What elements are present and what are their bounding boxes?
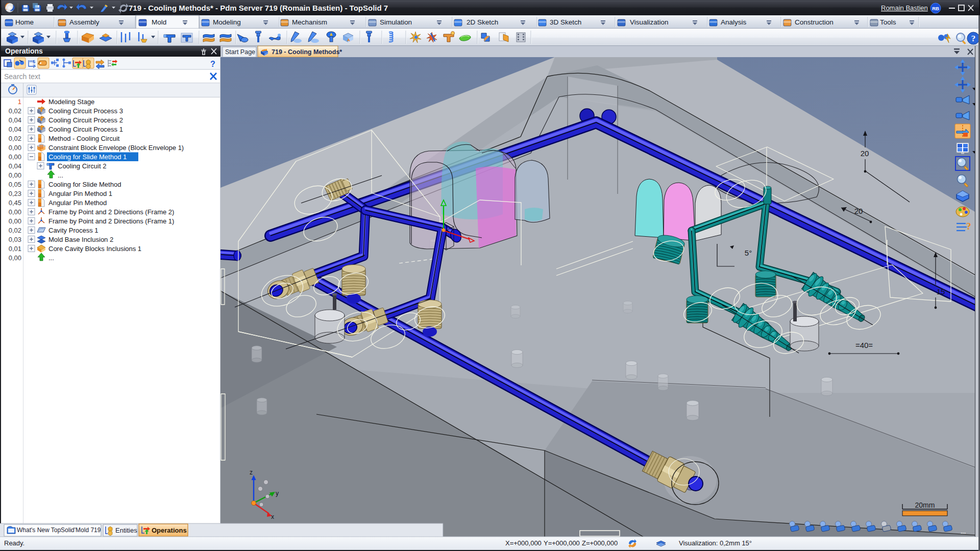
svg-text:Cooling Circuit Process 3: Cooling Circuit Process 3 <box>48 107 123 115</box>
svg-text:Modeling Stage: Modeling Stage <box>48 98 94 106</box>
svg-text:Cooling Circuit Process 2: Cooling Circuit Process 2 <box>48 116 123 124</box>
svg-text:Operations: Operations <box>152 527 187 534</box>
svg-text:0,45: 0,45 <box>9 199 21 207</box>
svg-text:5°: 5° <box>745 248 752 257</box>
svg-text:1: 1 <box>18 98 21 106</box>
svg-text:=40=: =40= <box>855 341 873 349</box>
svg-text:719 - Cooling Methods*: 719 - Cooling Methods* <box>272 48 342 56</box>
svg-text:0,04: 0,04 <box>9 116 21 124</box>
svg-text:Romain Bastien: Romain Bastien <box>881 4 928 12</box>
svg-text:0,00: 0,00 <box>9 254 21 262</box>
svg-text:Ready.: Ready. <box>4 539 24 547</box>
svg-text:Constraint Block Envelope (Blo: Constraint Block Envelope (Block Envelop… <box>48 144 184 152</box>
svg-text:Cooling Circuit Process 1: Cooling Circuit Process 1 <box>48 126 123 133</box>
svg-text:Modeling: Modeling <box>213 18 241 26</box>
svg-text:Visualization: Visualization <box>630 18 669 26</box>
svg-text:0,00: 0,00 <box>9 144 21 152</box>
svg-text:0,00: 0,00 <box>9 217 21 225</box>
svg-text:0,00: 0,00 <box>9 153 21 161</box>
svg-text:Entities: Entities <box>115 527 137 534</box>
svg-text:20mm: 20mm <box>915 501 935 509</box>
svg-text:Construction: Construction <box>795 18 834 26</box>
svg-text:0,02: 0,02 <box>9 227 21 234</box>
svg-text:2D Sketch: 2D Sketch <box>467 18 498 26</box>
svg-text:Mechanism: Mechanism <box>292 18 327 26</box>
svg-text:y: y <box>276 490 279 497</box>
svg-text:Cooling for Slide Method 1: Cooling for Slide Method 1 <box>48 153 127 161</box>
svg-text:Assembly: Assembly <box>69 18 100 26</box>
svg-text:Frame by Point and 2 Direction: Frame by Point and 2 Directions (Frame 1… <box>48 217 174 225</box>
svg-text:Simulation: Simulation <box>380 18 412 26</box>
svg-text:Search text: Search text <box>4 72 40 81</box>
svg-text:RB: RB <box>932 6 939 11</box>
svg-text:Z=+000,000: Z=+000,000 <box>582 539 618 547</box>
svg-text:Mold: Mold <box>152 18 166 26</box>
svg-text:z: z <box>250 469 253 476</box>
svg-text:...: ... <box>48 254 54 262</box>
svg-text:X=+000,000: X=+000,000 <box>505 539 542 547</box>
svg-text:0,05: 0,05 <box>9 181 21 188</box>
svg-text:Core Cavity Blocks Inclusions: Core Cavity Blocks Inclusions 1 <box>48 245 141 253</box>
svg-text:0,03: 0,03 <box>9 236 21 243</box>
svg-text:Method - Cooling Circuit: Method - Cooling Circuit <box>48 135 120 142</box>
svg-text:What's New TopSolid'Mold 719: What's New TopSolid'Mold 719 <box>17 527 101 534</box>
svg-text:Y=+000,000: Y=+000,000 <box>544 539 580 547</box>
svg-text:Operations: Operations <box>5 47 43 55</box>
svg-text:Frame by Point and 2 Direction: Frame by Point and 2 Directions (Frame 2… <box>48 208 174 216</box>
svg-text:...: ... <box>58 171 63 179</box>
svg-text:15: 15 <box>937 287 945 296</box>
svg-text:...: ... <box>961 528 966 535</box>
svg-text:A: A <box>347 38 350 42</box>
svg-text:x: x <box>271 513 274 520</box>
svg-text:Cooling Circuit 2: Cooling Circuit 2 <box>58 162 106 170</box>
svg-text:0,00: 0,00 <box>9 171 21 179</box>
svg-text:20: 20 <box>854 207 863 215</box>
svg-text:20: 20 <box>861 149 869 158</box>
svg-text:0,23: 0,23 <box>9 190 21 197</box>
svg-text:Home: Home <box>15 18 34 26</box>
svg-text:?: ? <box>966 221 971 232</box>
svg-text:Start Page: Start Page <box>225 48 255 56</box>
svg-text:?: ? <box>971 34 976 43</box>
svg-text:7: 7 <box>33 64 35 69</box>
svg-text:0,00: 0,00 <box>9 208 21 216</box>
svg-text:Cooling for Slide Method: Cooling for Slide Method <box>48 181 121 188</box>
svg-text:Visualization: 0,2mm 15°: Visualization: 0,2mm 15° <box>679 539 752 547</box>
svg-text:0,02: 0,02 <box>9 135 21 142</box>
svg-text:Angular Pin Method: Angular Pin Method <box>48 199 107 207</box>
svg-text:0,04: 0,04 <box>9 126 21 133</box>
svg-text:0,01: 0,01 <box>9 245 21 253</box>
svg-text:Tools: Tools <box>880 18 896 26</box>
svg-text:Cavity Process 1: Cavity Process 1 <box>48 227 99 234</box>
svg-text:Analysis: Analysis <box>721 18 747 26</box>
svg-text:0,04: 0,04 <box>9 162 21 170</box>
svg-text:719 - Cooling Methods* - Pdm S: 719 - Cooling Methods* - Pdm Server 719 … <box>129 4 388 12</box>
svg-text:Angular Pin Method 1: Angular Pin Method 1 <box>48 190 112 197</box>
svg-text:3D Sketch: 3D Sketch <box>550 18 581 26</box>
svg-text:?: ? <box>210 60 215 68</box>
svg-text:Mold Base Inclusion 2: Mold Base Inclusion 2 <box>48 236 113 243</box>
svg-text:0,02: 0,02 <box>9 107 21 115</box>
